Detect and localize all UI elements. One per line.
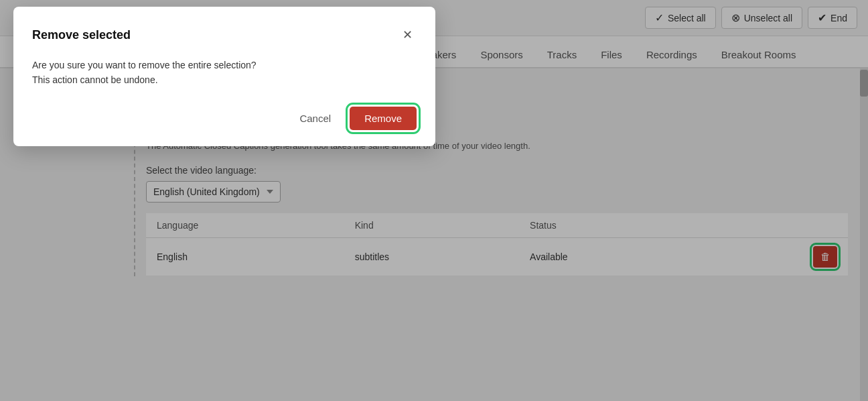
modal-text-line1: Are you sure you want to remove the enti… <box>32 58 417 72</box>
modal-body: Are you sure you want to remove the enti… <box>32 58 417 88</box>
modal-title: Remove selected <box>32 28 131 42</box>
remove-button[interactable]: Remove <box>350 107 417 130</box>
modal-footer: Cancel Remove <box>32 107 417 130</box>
modal-header: Remove selected ✕ <box>32 25 417 44</box>
modal-close-button[interactable]: ✕ <box>398 25 417 44</box>
modal-overlay: Remove selected ✕ Are you sure you want … <box>0 0 868 401</box>
modal-text-line2: This action cannot be undone. <box>32 72 417 87</box>
cancel-button[interactable]: Cancel <box>291 107 339 129</box>
remove-selected-modal: Remove selected ✕ Are you sure you want … <box>13 7 435 146</box>
